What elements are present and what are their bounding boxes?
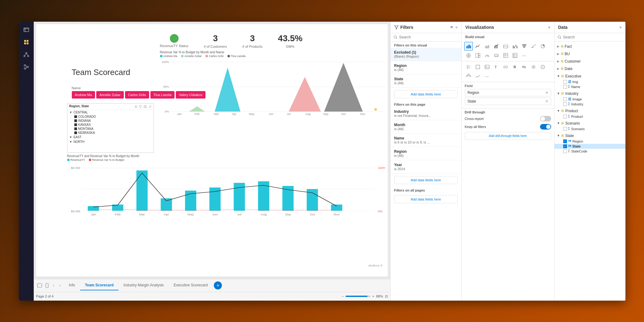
filter-region-page[interactable]: Region is (All) — [391, 147, 461, 160]
north-expand[interactable]: ▼ — [69, 140, 72, 143]
field-state-dropdown[interactable]: State ✕ — [465, 98, 551, 105]
viz-waterfall-btn[interactable] — [511, 42, 519, 51]
fit-page-icon[interactable]: ⊡ — [385, 294, 388, 298]
filter-add-visual[interactable]: Add data fields here — [394, 90, 458, 98]
matrix-expand-icon[interactable]: ⊡ — [144, 104, 147, 109]
industry-image-checkbox[interactable] — [563, 97, 567, 101]
model-icon[interactable] — [21, 49, 32, 60]
viz-ai-btn[interactable] — [529, 63, 538, 71]
tab-info[interactable]: Info — [64, 280, 80, 290]
viz-map-btn[interactable] — [464, 51, 473, 60]
data-expand-icon[interactable]: » — [620, 25, 622, 29]
data-item-state[interactable]: ✓ 🗺 State — [555, 144, 625, 149]
filter-month[interactable]: Month is (All) — [391, 120, 461, 134]
tree-row-central[interactable]: ▼CENTRAL — [67, 110, 153, 115]
viz-scatter-btn[interactable] — [529, 42, 538, 51]
statecode-checkbox[interactable] — [563, 149, 567, 153]
viz-funnel-btn[interactable] — [520, 42, 529, 51]
tree-row-indiana[interactable]: INDIANA — [67, 119, 153, 123]
viz-combo-chart-btn[interactable] — [492, 42, 501, 51]
data-group-scenario-header[interactable]: ▼ ⊞ Scenario — [555, 120, 625, 126]
colorado-checkbox[interactable] — [74, 115, 77, 118]
data-item-industry-image[interactable]: 🖼 Image — [555, 97, 625, 102]
data-item-img[interactable]: 🖼 Img — [555, 79, 625, 84]
viz-pie-btn[interactable] — [538, 42, 547, 51]
viz-kpi-btn[interactable] — [473, 72, 482, 81]
viz-expand-icon[interactable]: » — [548, 25, 551, 29]
chip-andrew[interactable]: Andrew Ma — [72, 91, 95, 99]
matrix-filter-icon[interactable]: ▽ — [139, 104, 142, 109]
viz-image-btn[interactable] — [483, 63, 491, 71]
viz-treemap-btn[interactable] — [473, 51, 482, 60]
filter-industry[interactable]: Industry is not Financial, Insura... — [391, 107, 461, 120]
viz-card-btn[interactable]: 123 — [492, 51, 501, 60]
viz-matrix-btn[interactable] — [511, 51, 519, 60]
data-group-product-header[interactable]: ▼ ⊞ Product — [555, 108, 625, 114]
tree-row-colorado[interactable]: COLORADO — [67, 115, 153, 119]
data-item-statecode[interactable]: Σ StateCode — [555, 149, 625, 154]
data-item-region[interactable]: ✓ 🗺 Region — [555, 139, 625, 144]
tab-executive[interactable]: Executive Scorecard — [169, 280, 213, 290]
filter-add-all-pages[interactable]: Add data fields here — [394, 195, 458, 203]
tab-industry-margin[interactable]: Industry Margin Analysis — [119, 280, 169, 290]
viz-slicer-btn[interactable] — [464, 63, 473, 71]
central-expand[interactable]: ▼ — [69, 111, 72, 114]
data-item-name[interactable]: Σ Name — [555, 84, 625, 89]
viz-text-btn[interactable]: T — [492, 63, 501, 71]
region-checkbox[interactable]: ✓ — [563, 139, 567, 143]
tree-row-kansas[interactable]: KANSAS — [67, 123, 153, 127]
viz-table-btn[interactable] — [501, 51, 510, 60]
data-item-scenario[interactable]: Σ Scenario — [555, 126, 625, 131]
tree-row-north[interactable]: ▼NORTH — [67, 139, 153, 144]
name-checkbox[interactable] — [563, 85, 567, 89]
viz-area-chart-btn[interactable] — [483, 42, 491, 51]
img-checkbox[interactable] — [563, 80, 567, 84]
data-group-state-header[interactable]: ▼ ⊞ State — [555, 133, 625, 139]
viz-line-chart-btn[interactable] — [473, 42, 482, 51]
viz-gauge-btn[interactable] — [483, 51, 491, 60]
chip-annelie[interactable]: Annelie Zubar — [96, 91, 124, 99]
montana-checkbox[interactable] — [74, 127, 77, 130]
tab-add-btn[interactable]: + — [214, 281, 222, 289]
data-group-bu-header[interactable]: ▶ ⊞ BU — [555, 51, 625, 57]
viz-button-btn[interactable] — [501, 63, 510, 71]
nav-next-btn[interactable]: › — [57, 283, 63, 288]
zoom-plus[interactable]: + — [372, 294, 374, 298]
indiana-checkbox[interactable] — [74, 119, 77, 122]
viz-r-btn[interactable]: R — [511, 63, 519, 71]
tab-team-scorecard[interactable]: Team Scorecard — [80, 280, 119, 290]
data-group-date-header[interactable]: ▶ ⊞ Date — [555, 66, 625, 72]
filters-search-input[interactable] — [399, 35, 458, 39]
viz-decomp-btn[interactable] — [464, 72, 473, 81]
viz-bar-chart-btn[interactable] — [464, 42, 473, 51]
add-drill-btn[interactable]: Add drill-through fields here — [465, 132, 551, 140]
grid-icon[interactable] — [21, 37, 32, 48]
chip-carlos[interactable]: Carlos Grilo — [125, 91, 149, 99]
cross-report-toggle[interactable] — [540, 116, 551, 121]
tree-row-east[interactable]: ▼EAST — [67, 135, 153, 139]
viz-qna-btn[interactable]: ? — [538, 63, 547, 71]
data-item-industry[interactable]: Σ Industry — [555, 102, 625, 107]
filter-region[interactable]: Region is (All) — [391, 61, 461, 74]
data-group-customer-header[interactable]: ▶ ⊞ Customer — [555, 58, 625, 64]
phone-icon[interactable] — [44, 282, 50, 289]
product-checkbox[interactable] — [563, 115, 567, 118]
scenario-checkbox[interactable] — [563, 127, 567, 131]
dag-icon[interactable] — [21, 61, 32, 73]
matrix-fullscreen-icon[interactable]: ⤢ — [149, 104, 152, 109]
viz-more-btn[interactable]: ··· — [520, 51, 529, 60]
viz-ellipsis-btn[interactable]: ··· — [483, 72, 491, 81]
nebraska-checkbox[interactable] — [74, 131, 77, 134]
viz-ribbon-btn[interactable] — [501, 42, 510, 51]
field-state-clear[interactable]: ✕ — [545, 99, 548, 104]
region-state-matrix[interactable]: Region, State ≡ ▽ ⊡ ⤢ ▼CENTRAL — [67, 103, 154, 153]
filter-add-page[interactable]: Add data fields here — [394, 176, 458, 184]
tree-row-montana[interactable]: MONTANA — [67, 127, 153, 131]
report-icon[interactable] — [21, 24, 32, 35]
state-checkbox[interactable]: ✓ — [563, 144, 567, 148]
filters-expand-icon[interactable]: » — [456, 25, 458, 29]
data-group-executive-header[interactable]: ▼ ⊞ Executive — [555, 73, 625, 79]
matrix-menu-icon[interactable]: ≡ — [135, 104, 137, 109]
zoom-minus[interactable]: − — [342, 294, 344, 298]
data-item-product[interactable]: Σ Product — [555, 114, 625, 119]
